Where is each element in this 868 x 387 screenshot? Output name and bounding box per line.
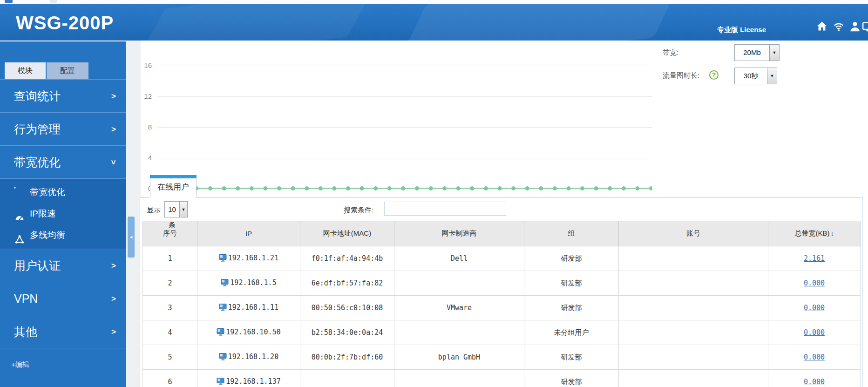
gridline xyxy=(157,158,652,158)
search-input[interactable] xyxy=(384,202,506,216)
col-header-account[interactable]: 账号 xyxy=(619,221,768,246)
bandwidth-link[interactable]: 0.000 xyxy=(804,378,825,386)
chevron-down-icon: > xyxy=(97,160,130,165)
bandwidth-link[interactable]: 0.000 xyxy=(804,328,825,337)
cell-mac: 6e:df:bf:57:fa:82 xyxy=(300,271,394,296)
gauge-icon xyxy=(15,209,24,218)
cell-account xyxy=(619,320,768,345)
col-header-mac[interactable]: 网卡地址(MAC) xyxy=(300,221,394,246)
cell-total-bandwidth: 0.000 xyxy=(768,320,861,345)
cell-vendor: VMware xyxy=(394,296,524,320)
traffic-line-markers xyxy=(156,186,652,191)
tab-online-users[interactable]: 在线用户 xyxy=(150,175,197,197)
online-users-panel: 显示 10条 ▼ 搜索条件: 序号 IP 网卡地址(MAC) 网卡制造商 组 账… xyxy=(140,197,862,387)
bandwidth-link[interactable]: 0.000 xyxy=(804,353,825,361)
sidebar-item-vpn[interactable]: VPN > xyxy=(0,282,126,315)
dropdown-arrow-icon[interactable]: ▼ xyxy=(179,202,187,217)
dropdown-arrow-icon[interactable]: ▼ xyxy=(767,68,777,84)
cell-mac: f0:1f:af:4a:94:4b xyxy=(300,246,394,271)
sidebar-subitem-label: 多线均衡 xyxy=(30,230,65,240)
bandwidth-submenu: 带宽优化 IP限速 多线均衡 xyxy=(0,178,126,249)
bandwidth-link[interactable]: 0.000 xyxy=(804,304,825,312)
col-header-ip[interactable]: IP xyxy=(197,221,300,246)
col-header-vendor[interactable]: 网卡制造商 xyxy=(394,221,524,246)
ip-text: 192.168.1.21 xyxy=(228,254,278,262)
table-row[interactable]: 6 192.168.1.137 研发部 0.000 xyxy=(143,370,861,387)
wsg-200p-admin-page: { "header": { "logo": "WSG-200P", "licen… xyxy=(0,0,868,387)
cell-group: 未分组用户 xyxy=(524,320,619,345)
computer-icon xyxy=(219,304,227,311)
ip-text: 192.168.1.5 xyxy=(230,278,276,287)
computer-icon xyxy=(219,353,227,360)
cell-total-bandwidth: 0.000 xyxy=(768,370,861,387)
home-icon[interactable] xyxy=(816,21,828,33)
sphere-icon xyxy=(15,188,24,197)
cell-seq: 2 xyxy=(143,271,197,296)
monitor-icon[interactable] xyxy=(862,21,868,33)
cell-account xyxy=(619,246,768,271)
wifi-icon[interactable] xyxy=(833,21,845,33)
sidebar-subitem-bandwidth-opt[interactable]: 带宽优化 xyxy=(0,182,126,203)
cell-mac: 00:0b:2f:7b:df:60 xyxy=(300,345,394,370)
sidebar-subitem-ip-limit[interactable]: IP限速 xyxy=(0,203,126,224)
sidebar-item-user-auth[interactable]: 用户认证 > xyxy=(0,249,126,282)
cell-seq: 6 xyxy=(143,370,197,387)
sort-desc-icon: ↓ xyxy=(831,230,834,237)
table-row[interactable]: 5 192.168.1.20 00:0b:2f:7b:df:60 bplan G… xyxy=(143,345,861,370)
sidebar-collapse-handle[interactable]: ◄ xyxy=(128,217,135,258)
cell-total-bandwidth: 2.161 xyxy=(768,246,861,271)
sidebar-item-behavior-mgmt[interactable]: 行为管理 > xyxy=(0,112,126,145)
cell-ip: 192.168.1.5 xyxy=(197,271,300,296)
sidebar-item-label: 查询统计 xyxy=(14,89,61,102)
tab-fragment xyxy=(50,0,57,3)
cell-account xyxy=(619,271,768,296)
tab-modules[interactable]: 模块 xyxy=(5,62,46,79)
chevron-right-icon: > xyxy=(111,113,116,146)
bandwidth-select[interactable]: 20Mb ▼ xyxy=(734,44,780,61)
header-background-decoration xyxy=(398,4,682,41)
favicon-fragment xyxy=(5,0,13,3)
table-row[interactable]: 3 192.168.1.11 00:50:56:c0:10:08 VMware … xyxy=(143,296,861,320)
table-row[interactable]: 1 192.168.1.21 f0:1f:af:4a:94:4b Dell 研发… xyxy=(143,246,861,271)
edit-menu-link[interactable]: +编辑 xyxy=(0,348,126,369)
tab-accent-bar xyxy=(150,175,197,178)
duration-select-value: 30秒 xyxy=(735,68,767,84)
sidebar-item-query-stats[interactable]: 查询统计 > xyxy=(0,79,126,112)
cell-ip: 192.168.10.50 xyxy=(197,320,300,345)
col-header-label: 总带宽(KB) xyxy=(795,229,830,237)
sidebar-item-label: 带宽优化 xyxy=(14,156,61,169)
table-row[interactable]: 2 192.168.1.5 6e:df:bf:57:fa:82 研发部 0.00… xyxy=(143,271,861,296)
sidebar-subitem-multiline-balance[interactable]: 多线均衡 xyxy=(0,224,126,246)
cell-total-bandwidth: 0.000 xyxy=(768,345,861,370)
cell-seq: 4 xyxy=(143,320,197,345)
cell-ip: 192.168.1.21 xyxy=(197,246,300,271)
bandwidth-link[interactable]: 0.000 xyxy=(804,279,825,287)
sidebar-subitem-label: 带宽优化 xyxy=(30,187,65,197)
cell-group: 研发部 xyxy=(524,370,619,387)
chevron-right-icon: > xyxy=(111,249,116,282)
cell-seq: 1 xyxy=(143,246,197,271)
tab-config[interactable]: 配置 xyxy=(47,62,88,79)
gridline xyxy=(157,96,652,97)
ip-text: 192.168.1.11 xyxy=(228,303,278,312)
sidebar-item-bandwidth-opt[interactable]: 带宽优化 > xyxy=(0,145,126,178)
computer-icon xyxy=(217,378,225,385)
duration-select[interactable]: 30秒 ▼ xyxy=(734,68,777,84)
page-size-select[interactable]: 10条 ▼ xyxy=(164,201,188,217)
app-logo: WSG-200P xyxy=(16,13,114,34)
help-icon[interactable]: ? xyxy=(709,70,719,80)
browser-edge-strip xyxy=(0,0,868,4)
sidebar-item-other[interactable]: 其他 > xyxy=(0,315,126,348)
table-row[interactable]: 4 192.168.10.50 b2:58:34:0e:0a:24 未分组用户 … xyxy=(143,320,861,345)
sidebar-item-label: 其他 xyxy=(14,325,37,338)
bandwidth-select-value: 20Mb xyxy=(735,45,769,61)
dropdown-arrow-icon[interactable]: ▼ xyxy=(769,45,779,61)
bandwidth-link[interactable]: 2.161 xyxy=(804,254,825,263)
sidebar-gutter xyxy=(126,41,141,387)
cell-group: 研发部 xyxy=(524,345,619,370)
cell-vendor: bplan GmbH xyxy=(394,345,524,370)
user-icon[interactable] xyxy=(849,21,861,33)
chevron-right-icon: > xyxy=(111,282,116,315)
col-header-group[interactable]: 组 xyxy=(524,221,619,246)
col-header-total-bandwidth[interactable]: 总带宽(KB)↓ xyxy=(768,221,861,246)
